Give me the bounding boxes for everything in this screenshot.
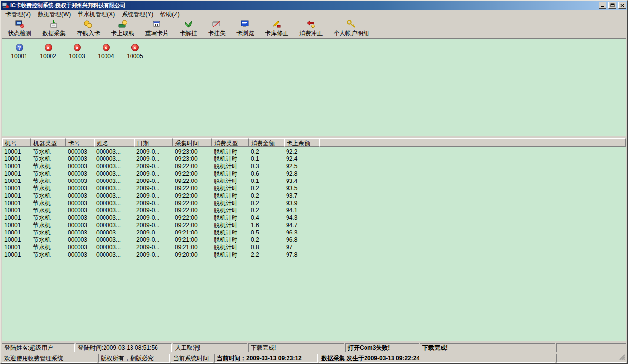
table-row[interactable]: 10001节水机000003000003...2009-0...09:23:00… (2, 156, 626, 163)
main-area: 1000110002100031000410005 机号机器类型卡号姓名日期采集… (2, 38, 626, 341)
toolbar-button[interactable]: 存钱入卡 (72, 19, 105, 38)
table-row[interactable]: 10001节水机000003000003...2009-0...09:22:00… (2, 178, 626, 185)
table-cell: 节水机 (31, 207, 66, 214)
device-item[interactable]: 10002 (36, 44, 60, 60)
toolbar-button[interactable]: 消费冲正 (294, 19, 328, 38)
menu-item[interactable]: 数据管理(W) (34, 10, 74, 19)
column-header[interactable]: 消费类型 (212, 138, 249, 147)
toolbar-button-label: 存钱入卡 (77, 29, 100, 38)
consumption-table-panel: 机号机器类型卡号姓名日期采集时间消费类型消费金额卡上余额 10001节水机000… (2, 138, 626, 341)
table-cell: 0.3 (249, 163, 284, 170)
table-row[interactable]: 10001节水机000003000003...2009-0...09:22:00… (2, 214, 626, 222)
toolbar-button-label: 卡上取钱 (111, 29, 134, 38)
table-cell: 10001 (2, 192, 31, 200)
rewrite-card-icon (152, 19, 162, 29)
toolbar-button[interactable]: 卡解挂 (175, 19, 202, 38)
table-cell: 10001 (2, 214, 31, 222)
table-row[interactable]: 10001节水机000003000003...2009-0...09:22:00… (2, 222, 626, 229)
table-cell: 节水机 (31, 170, 66, 178)
toolbar-button[interactable]: 卡浏览 (232, 19, 259, 38)
status-bar-bottom: 欢迎使用收费管理系统版权所有，翻版必究当前系统时间当前时间：2009-03-13… (1, 353, 627, 363)
toolbar-button[interactable]: 个人帐户明细 (329, 19, 374, 38)
toolbar-button[interactable]: 状态检测 (3, 19, 36, 38)
table-row[interactable]: 10001节水机000003000003...2009-0...09:22:00… (2, 200, 626, 207)
close-button[interactable] (618, 2, 626, 9)
table-row[interactable]: 10001节水机000003000003...2009-0...09:22:00… (2, 207, 626, 214)
status-check-icon (15, 19, 25, 29)
status-panel: 欢迎使用收费管理系统 (2, 354, 97, 363)
device-item[interactable]: 10005 (123, 44, 147, 60)
table-row[interactable]: 10001节水机000003000003...2009-0...09:22:00… (2, 163, 626, 170)
table-row[interactable]: 10001节水机000003000003...2009-0...09:23:00… (2, 148, 626, 156)
table-row[interactable]: 10001节水机000003000003...2009-0...09:22:00… (2, 185, 626, 192)
table-row[interactable]: 10001节水机000003000003...2009-0...09:22:00… (2, 170, 626, 178)
table-cell: 脱机计时 (212, 222, 249, 229)
table-cell: 0.5 (249, 229, 284, 236)
status-panel: 当前时间：2009-03-13 09:23:12 (214, 354, 318, 363)
toolbar-button-label: 状态检测 (8, 29, 31, 38)
table-row[interactable]: 10001节水机000003000003...2009-0...09:21:00… (2, 236, 626, 244)
toolbar-button[interactable]: 卡库修正 (260, 19, 293, 38)
table-cell: 2009-0... (134, 185, 173, 192)
table-cell: 2009-0... (134, 163, 173, 170)
toolbar-button[interactable]: 卡挂失 (203, 19, 231, 38)
column-header[interactable]: 姓名 (94, 138, 134, 147)
column-header[interactable]: 卡号 (66, 138, 94, 147)
menu-item[interactable]: 帮助(Z) (157, 10, 183, 19)
table-cell: 10001 (2, 251, 31, 259)
minimize-button[interactable] (599, 2, 606, 9)
table-cell: 09:22:00 (173, 178, 212, 185)
menu-item[interactable]: 卡管理(V) (2, 10, 34, 19)
table-cell: 1.6 (249, 222, 284, 229)
table-cell: 000003... (94, 156, 134, 163)
device-id: 10002 (40, 53, 56, 60)
table-cell: 节水机 (31, 156, 66, 163)
resize-grip[interactable] (619, 354, 625, 362)
table-cell: 脱机计时 (212, 163, 249, 170)
table-row[interactable]: 10001节水机000003000003...2009-0...09:21:00… (2, 229, 626, 236)
menu-item[interactable]: 节水机管理(X) (74, 10, 118, 19)
status-panel: 下载完成! (248, 343, 344, 352)
deposit-money-icon (83, 19, 93, 29)
status-panel: 打开Com3失败! (345, 343, 419, 352)
status-panel-filler (556, 354, 626, 363)
toolbar-button-label: 个人帐户明细 (334, 29, 369, 38)
device-item[interactable]: 10001 (7, 44, 31, 60)
table-cell: 92.4 (284, 156, 319, 163)
table-cell: 000003... (94, 163, 134, 170)
table-row[interactable]: 10001节水机000003000003...2009-0...09:21:00… (2, 244, 626, 251)
device-item[interactable]: 10004 (94, 44, 118, 60)
table-cell: 09:21:00 (173, 244, 212, 251)
table-cell: 96.8 (284, 236, 319, 244)
window-title: IC卡收费控制系统-授权于郑州兴邦科技有限公司 (10, 2, 597, 9)
maximize-button[interactable] (608, 2, 616, 9)
table-cell: 脱机计时 (212, 229, 249, 236)
toolbar-button-label: 消费冲正 (299, 29, 323, 38)
table-cell: 0.2 (249, 148, 284, 156)
table-cell: 000003 (66, 163, 94, 170)
table-cell: 92.5 (284, 163, 319, 170)
table-cell: 10001 (2, 244, 31, 251)
device-id: 10001 (11, 53, 27, 60)
table-cell: 节水机 (31, 192, 66, 200)
column-header[interactable]: 机器类型 (31, 138, 66, 147)
column-header[interactable]: 消费金额 (249, 138, 284, 147)
column-header[interactable]: 日期 (134, 138, 173, 147)
column-header[interactable]: 采集时间 (173, 138, 212, 147)
card-browse-icon (240, 19, 250, 29)
table-cell: 10001 (2, 170, 31, 178)
table-row[interactable]: 10001节水机000003000003...2009-0...09:20:00… (2, 251, 626, 259)
column-header[interactable]: 卡上余额 (284, 138, 319, 147)
column-header[interactable]: 机号 (2, 138, 31, 147)
toolbar: 状态检测数据采集存钱入卡卡上取钱重写卡片卡解挂卡挂失卡浏览卡库修正消费冲正个人帐… (1, 19, 627, 38)
app-icon (2, 2, 9, 9)
toolbar-button[interactable]: 卡上取钱 (106, 19, 139, 38)
minimize-icon (601, 4, 604, 7)
toolbar-button[interactable]: 重写卡片 (140, 19, 174, 38)
toolbar-button[interactable]: 数据采集 (37, 19, 71, 38)
table-row[interactable]: 10001节水机000003000003...2009-0...09:22:00… (2, 192, 626, 200)
table-cell: 2009-0... (134, 214, 173, 222)
menu-item[interactable]: 系统管理(Y) (118, 10, 157, 19)
device-item[interactable]: 10003 (65, 44, 89, 60)
data-collect-icon (49, 19, 59, 29)
